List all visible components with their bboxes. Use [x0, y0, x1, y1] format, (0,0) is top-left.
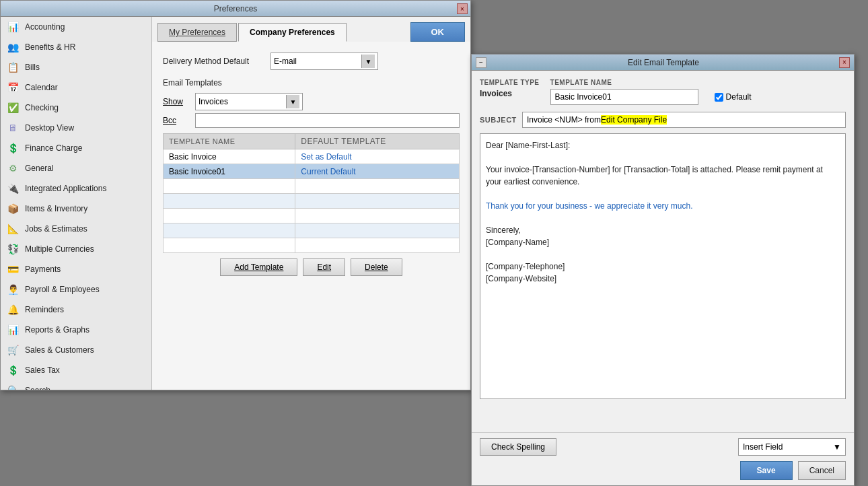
show-select[interactable]: Invoices ▼ — [195, 93, 303, 110]
sidebar-item-items-inventory[interactable]: 📦 Items & Inventory — [1, 199, 151, 219]
body-line: [Company-Name] — [486, 238, 549, 247]
subject-row: SUBJECT Invoice <NUM> from Edit Company … — [480, 112, 846, 128]
sidebar-icon-general: ⚙ — [6, 162, 20, 175]
sidebar-icon-checking: ✅ — [6, 101, 20, 114]
table-row[interactable] — [164, 209, 460, 223]
preferences-close-button[interactable]: × — [457, 3, 468, 14]
sidebar-item-multiple-currencies[interactable]: 💱 Multiple Currencies — [1, 239, 151, 259]
sidebar-item-sales-customers[interactable]: 🛒 Sales & Customers — [1, 340, 151, 360]
set-default-link[interactable]: Set as Default — [301, 152, 351, 162]
show-row: Show Invoices ▼ — [163, 93, 460, 110]
preferences-title: Preferences — [214, 4, 258, 13]
delivery-method-select[interactable]: E-mail ▼ — [270, 53, 378, 70]
sidebar-label-benefits-hr: Benefits & HR — [25, 42, 75, 52]
sidebar-item-accounting[interactable]: 📊 Accounting — [1, 17, 151, 37]
sidebar-label-calendar: Calendar — [25, 83, 58, 92]
subject-highlight: Edit Company File — [601, 115, 667, 125]
footer-top-row: Check Spelling Insert Field ▼ — [480, 438, 846, 456]
bcc-input[interactable] — [195, 113, 460, 128]
sidebar-item-checking[interactable]: ✅ Checking — [1, 98, 151, 118]
table-row[interactable] — [164, 238, 460, 253]
table-row[interactable] — [164, 194, 460, 209]
tab-company-preferences[interactable]: Company Preferences — [238, 23, 347, 42]
sidebar-scroll-area: 📊 Accounting 👥 Benefits & HR 📋 Bills 📅 C… — [1, 17, 151, 390]
template-name-cell — [164, 238, 295, 253]
email-template-titlebar: − Edit Email Template × — [472, 55, 854, 71]
sidebar-item-payroll-employees[interactable]: 👨‍💼 Payroll & Employees — [1, 279, 151, 300]
table-row[interactable] — [164, 223, 460, 238]
sidebar-label-payroll-employees: Payroll & Employees — [25, 285, 100, 294]
ok-button[interactable]: OK — [410, 22, 466, 42]
template-type-label: TEMPLATE TYPE — [480, 79, 540, 86]
delivery-method-arrow[interactable]: ▼ — [361, 55, 375, 68]
sidebar-item-payments[interactable]: 💳 Payments — [1, 259, 151, 279]
sidebar-item-calendar[interactable]: 📅 Calendar — [1, 77, 151, 98]
save-button[interactable]: Save — [740, 461, 793, 480]
template-name-cell — [164, 179, 295, 194]
template-default-cell — [295, 179, 460, 194]
sidebar-label-jobs-estimates: Jobs & Estimates — [25, 224, 87, 234]
template-default-cell[interactable]: Current Default — [295, 164, 460, 179]
sidebar-label-accounting: Accounting — [25, 22, 65, 32]
edit-button[interactable]: Edit — [303, 258, 345, 276]
table-row[interactable] — [164, 179, 460, 194]
sidebar-icon-sales-tax: 💲 — [6, 363, 20, 377]
template-name-input[interactable] — [550, 89, 698, 105]
template-default-cell — [295, 223, 460, 238]
template-name-cell — [164, 209, 295, 223]
sidebar-icon-multiple-currencies: 💱 — [6, 242, 20, 256]
default-checkbox-row: Default — [715, 92, 752, 102]
default-checkbox[interactable] — [715, 93, 723, 102]
insert-field-select[interactable]: Insert Field ▼ — [738, 438, 846, 456]
template-default-cell[interactable]: Set as Default — [295, 149, 460, 164]
delete-button[interactable]: Delete — [351, 258, 402, 276]
sidebar-icon-accounting: 📊 — [6, 20, 20, 34]
show-label: Show — [163, 97, 190, 106]
tab-my-preferences[interactable]: My Preferences — [157, 23, 237, 42]
email-minimize-button[interactable]: − — [476, 57, 486, 68]
email-footer: Check Spelling Insert Field ▼ Save Cance… — [472, 432, 854, 485]
body-line: Sincerely, — [486, 225, 521, 235]
body-line: Your invoice-[Transaction-Number] for [T… — [486, 165, 823, 174]
template-type-col: TEMPLATE TYPE Invoices — [480, 79, 540, 105]
template-name-cell: Basic Invoice — [164, 149, 295, 164]
email-template-close-button[interactable]: × — [839, 57, 850, 68]
sidebar-label-desktop-view: Desktop View — [25, 123, 74, 133]
sidebar-item-search[interactable]: 🔍 Search — [1, 380, 151, 390]
email-body-area[interactable]: Dear [Name-First-Last]:Your invoice-[Tra… — [480, 133, 846, 399]
check-spelling-button[interactable]: Check Spelling — [480, 438, 556, 456]
sidebar-label-search: Search — [25, 386, 50, 390]
sidebar-label-payments: Payments — [25, 265, 61, 274]
col-template-name: TEMPLATE NAME — [164, 134, 295, 149]
sidebar-item-reports-graphs[interactable]: 📊 Reports & Graphs — [1, 320, 151, 340]
email-template-title: Edit Email Template — [488, 58, 839, 67]
sidebar-item-integrated[interactable]: 🔌 Integrated Applications — [1, 178, 151, 199]
add-template-button[interactable]: Add Template — [220, 258, 297, 276]
sidebar-item-reminders[interactable]: 🔔 Reminders — [1, 300, 151, 320]
subject-label: SUBJECT — [480, 116, 517, 124]
template-table: TEMPLATE NAME DEFAULT TEMPLATE Basic Inv… — [163, 133, 460, 253]
sidebar-label-reports-graphs: Reports & Graphs — [25, 325, 89, 335]
insert-field-arrow: ▼ — [833, 442, 841, 452]
show-arrow[interactable]: ▼ — [286, 95, 299, 108]
template-name-cell — [164, 223, 295, 238]
template-meta-row: TEMPLATE TYPE Invoices TEMPLATE NAME Def… — [480, 79, 846, 105]
sidebar-item-finance-charge[interactable]: 💲 Finance Charge — [1, 138, 151, 158]
sidebar-item-jobs-estimates[interactable]: 📐 Jobs & Estimates — [1, 219, 151, 239]
sidebar-item-sales-tax[interactable]: 💲 Sales Tax — [1, 360, 151, 380]
default-label: Default — [726, 92, 752, 102]
cancel-button[interactable]: Cancel — [798, 461, 846, 480]
body-line: [Company-Telephone] — [486, 262, 565, 271]
sidebar-item-bills[interactable]: 📋 Bills — [1, 57, 151, 77]
table-row[interactable]: Basic Invoice01 Current Default — [164, 164, 460, 179]
footer-bottom-row: Save Cancel — [480, 461, 846, 480]
sidebar-item-desktop-view[interactable]: 🖥 Desktop View — [1, 118, 151, 138]
delivery-method-value: E-mail — [274, 57, 361, 66]
template-name-label: TEMPLATE NAME — [550, 79, 846, 86]
sidebar-item-benefits-hr[interactable]: 👥 Benefits & HR — [1, 37, 151, 57]
delivery-method-label: Delivery Method Default — [163, 57, 270, 66]
sidebar-label-sales-customers: Sales & Customers — [25, 345, 94, 355]
action-buttons-row: Add Template Edit Delete — [163, 258, 460, 276]
table-row[interactable]: Basic Invoice Set as Default — [164, 149, 460, 164]
sidebar-item-general[interactable]: ⚙ General — [1, 158, 151, 178]
